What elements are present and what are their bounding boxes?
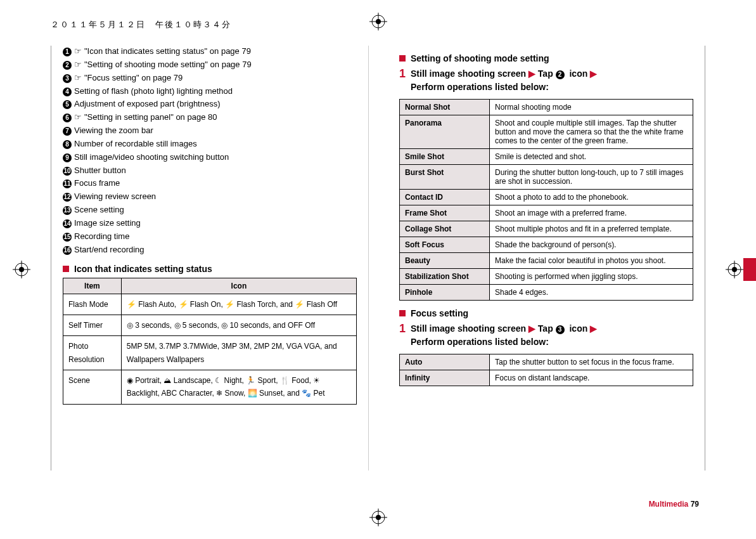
callout-text: Viewing the zoom bar xyxy=(74,126,153,135)
circled-number-icon: 8 xyxy=(63,140,72,149)
table-row: Burst ShotDuring the shutter button long… xyxy=(400,165,693,190)
callout-item: 8Number of recordable still images xyxy=(63,138,357,150)
callout-text: Still image/video shooting switching but… xyxy=(74,152,229,162)
mode-label: Beauty xyxy=(400,253,490,269)
icon-cell: ◎ 3 seconds, ◎ 5 seconds, ◎ 10 seconds, … xyxy=(121,315,356,335)
left-column: 1☞"Icon that indicates setting status" o… xyxy=(51,46,369,471)
circled-number-icon: 9 xyxy=(63,153,72,162)
mode-desc: Shade the background of person(s). xyxy=(490,237,693,253)
callout-text: "Setting in setting panel" on page 80 xyxy=(84,112,217,122)
pointing-hand-icon: ☞ xyxy=(74,59,82,71)
icon-cell: ⚡ Flash Auto, ⚡ Flash On, ⚡ Flash Torch,… xyxy=(121,294,356,315)
svg-point-11 xyxy=(19,267,24,272)
mode-label: Auto xyxy=(400,354,490,370)
circled-number-icon: 3 xyxy=(63,74,72,83)
red-edge-tab xyxy=(743,258,756,281)
shooting-mode-heading: Setting of shooting mode setting xyxy=(399,53,693,63)
callout-text: Viewing review screen xyxy=(74,192,156,201)
mode-desc: Shooting is performed when jiggling stop… xyxy=(490,269,693,285)
callout-item: 15Recording time xyxy=(63,231,357,243)
registration-mark-icon xyxy=(13,261,30,278)
step-body: Still image shooting screen ▶ Tap 2 icon… xyxy=(411,67,597,94)
table-row: Scene◉ Portrait, ⛰ Landscape, ☾ Night, 🏃… xyxy=(63,370,357,405)
icon-status-heading: Icon that indicates setting status xyxy=(63,264,357,274)
red-arrow-icon: ▶ xyxy=(590,323,597,334)
mode-desc: Shoot and couple multiple still images. … xyxy=(490,115,693,149)
callout-item: 14Image size setting xyxy=(63,218,357,230)
pointing-hand-icon: ☞ xyxy=(74,46,82,58)
mode-label: Contact ID xyxy=(400,190,490,205)
callout-item: 7Viewing the zoom bar xyxy=(63,125,357,137)
callout-text: Start/end recording xyxy=(74,245,144,254)
callout-text: Recording time xyxy=(74,231,129,241)
step-text: Perform operations listed below: xyxy=(411,82,549,92)
callout-item: 5Adjustment of exposed part (brightness) xyxy=(63,98,357,110)
mode-desc: Focus on distant landscape. xyxy=(490,370,693,386)
red-arrow-icon: ▶ xyxy=(529,323,535,334)
table-row: Contact IDShoot a photo to add to the ph… xyxy=(400,190,693,205)
step-text: icon xyxy=(569,68,590,79)
mode-label: Burst Shot xyxy=(400,165,490,190)
circled-number-icon: 15 xyxy=(63,233,72,242)
circled-number-icon: 2 xyxy=(556,70,565,79)
svg-point-7 xyxy=(376,515,381,520)
circled-number-icon: 1 xyxy=(63,48,72,56)
mode-label: Infinity xyxy=(400,370,490,386)
callout-item: 13Scene setting xyxy=(63,204,357,216)
columns: 1☞"Icon that indicates setting status" o… xyxy=(51,46,705,471)
circled-number-icon: 14 xyxy=(63,219,72,228)
icon-status-table: Item Icon Flash Mode⚡ Flash Auto, ⚡ Flas… xyxy=(63,278,357,405)
circled-number-icon: 10 xyxy=(63,167,72,176)
callout-text: Focus frame xyxy=(74,178,120,188)
item-cell: Flash Mode xyxy=(63,294,122,315)
mode-desc: Shade 4 edges. xyxy=(490,285,693,301)
table-row: PanoramaShoot and couple multiple still … xyxy=(400,115,693,149)
icon-table-header-icon: Icon xyxy=(121,278,356,294)
table-row: BeautyMake the facial color beautiful in… xyxy=(400,253,693,269)
table-row: PinholeShade 4 edges. xyxy=(400,285,693,301)
callout-item: 2☞"Setting of shooting mode setting" on … xyxy=(63,59,357,71)
mode-desc: Shoot multiple photos and fit in a prefe… xyxy=(490,221,693,237)
svg-point-15 xyxy=(732,267,737,272)
pointing-hand-icon: ☞ xyxy=(74,112,82,124)
mode-label: Panorama xyxy=(400,115,490,149)
mode-desc: Make the facial color beautiful in photo… xyxy=(490,253,693,269)
footer-section: Multimedia xyxy=(649,500,689,509)
callout-item: 12Viewing review screen xyxy=(63,191,357,203)
table-row: Collage ShotShoot multiple photos and fi… xyxy=(400,221,693,237)
callout-item: 3☞"Focus setting" on page 79 xyxy=(63,72,357,84)
callout-text: "Focus setting" on page 79 xyxy=(84,73,183,82)
circled-number-icon: 6 xyxy=(63,114,72,122)
mode-label: Normal Shot xyxy=(400,100,490,115)
registration-mark-icon xyxy=(726,261,743,278)
icon-cell: ◉ Portrait, ⛰ Landscape, ☾ Night, 🏃 Spor… xyxy=(121,370,356,405)
step-text: Still image shooting screen xyxy=(411,323,529,334)
mode-label: Pinhole xyxy=(400,285,490,301)
mode-desc: During the shutter button long-touch, up… xyxy=(490,165,693,190)
mode-label: Collage Shot xyxy=(400,221,490,237)
table-row: Normal ShotNormal shooting mode xyxy=(400,100,693,115)
step-text: Tap xyxy=(538,323,556,334)
item-cell: Scene xyxy=(63,370,122,405)
callout-text: "Icon that indicates setting status" on … xyxy=(84,46,251,56)
mode-label: Smile Shot xyxy=(400,149,490,165)
focus-setting-heading-text: Focus setting xyxy=(411,308,468,318)
step-text: Tap xyxy=(538,68,556,79)
circled-number-icon: 12 xyxy=(63,193,72,202)
callout-text: Image size setting xyxy=(74,218,141,228)
callout-item: 9Still image/video shooting switching bu… xyxy=(63,152,357,164)
circled-number-icon: 2 xyxy=(63,61,72,70)
callout-text: Setting of flash (photo light) lighting … xyxy=(74,86,233,96)
callout-text: Shutter button xyxy=(74,166,126,175)
table-row: Smile ShotSmile is detected and shot. xyxy=(400,149,693,165)
table-row: Photo Resolution5MP 5M, 3.7MP 3.7MWide, … xyxy=(63,336,357,370)
mode-desc: Tap the shutter button to set focus in t… xyxy=(490,354,693,370)
footer-page-number: 79 xyxy=(691,500,699,509)
circled-number-icon: 3 xyxy=(556,325,565,334)
step-number: 1 xyxy=(399,67,406,94)
table-row: InfinityFocus on distant landscape. xyxy=(400,370,693,386)
mode-desc: Normal shooting mode xyxy=(490,100,693,115)
table-row: AutoTap the shutter button to set focus … xyxy=(400,354,693,370)
callout-text: Scene setting xyxy=(74,205,124,214)
red-square-icon xyxy=(399,55,406,62)
